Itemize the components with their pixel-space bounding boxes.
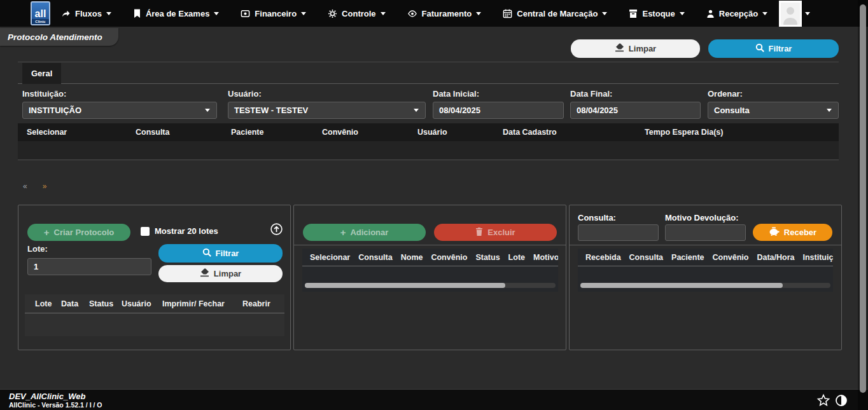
nav-item-fluxos[interactable]: Fluxos [61,9,111,18]
search-icon [755,43,764,54]
lote-filtrar-label: Filtrar [216,249,239,258]
chevron-down-icon [414,109,419,112]
nav-item-central-marcacao[interactable]: Central de Marcação [503,9,607,18]
results-table: Selecionar Consulta Paciente Convênio Us… [18,123,839,160]
pagination-prev-button[interactable]: « [23,182,27,191]
itens-hscrollbar-track [305,283,556,288]
search-icon [202,248,211,259]
usuario-select[interactable]: TESTEW - TESTEV [228,102,426,119]
instituicao-value: INSTITUIÇÃO [29,106,81,115]
motivo-devolucao-label: Motivo Devolução: [665,213,739,222]
excluir-button[interactable]: Excluir [434,224,557,241]
page-scrollbar-thumb[interactable] [860,4,866,393]
col-lote: Lote [508,253,525,262]
data-final-input[interactable] [570,102,701,119]
instituicao-select[interactable]: INSTITUIÇÃO [22,102,217,119]
top-navbar: all Clinic Fluxos Área de Exames Finance… [0,0,868,27]
gear-icon [328,9,337,18]
nav-item-financeiro[interactable]: Financeiro [241,9,306,18]
itens-table-header: Selecionar Consulta Nome Convênio Status… [302,249,558,266]
user-menu-chevron-icon[interactable] [805,12,810,15]
col-lote: Lote [35,299,61,308]
piggy-bank-icon [769,227,780,238]
nav-item-label: Controle [342,9,375,18]
consulta-label: Consulta: [578,213,616,222]
receber-label: Receber [784,228,816,237]
nav-item-label: Recepção [719,9,758,18]
user-avatar[interactable] [779,1,802,27]
lote-limpar-label: Limpar [214,269,241,278]
nav-item-label: Faturamento [422,9,472,18]
chevron-down-icon [106,12,111,15]
criar-protocolo-button[interactable]: + Criar Protocolo [27,224,130,241]
panel-divider [294,245,566,245]
col-recebida: Recebida [585,253,621,262]
recebidas-table-header: Recebida Consulta Paciente Convênio Data… [578,249,833,266]
trash-icon [475,228,483,238]
contrast-icon[interactable] [835,394,848,409]
chevron-down-icon [762,12,767,15]
itens-panel: + Adicionar Excluir Selecionar Consulta … [293,205,566,350]
col-consulta: Consulta [136,128,231,137]
header-divider [18,62,839,62]
chevron-down-icon [827,109,832,112]
chevron-down-icon [301,12,306,15]
nav-item-faturamento[interactable]: Faturamento [407,9,482,18]
chevron-down-icon [680,12,685,15]
filtrar-button[interactable]: Filtrar [708,39,839,58]
ordenar-value: Consulta [714,106,750,115]
col-convenio: Convênio [322,128,417,137]
lote-filtrar-button[interactable]: Filtrar [158,244,283,263]
data-inicial-input[interactable] [433,102,564,119]
protocolo-panel: + Criar Protocolo Mostrar 20 lotes Lote:… [18,205,291,350]
stock-box-icon [629,9,638,18]
tab-row: Geral [18,63,839,84]
col-usuario: Usuário [122,299,162,308]
col-convenio: Convênio [713,253,749,262]
col-paciente: Paciente [671,253,704,262]
lote-limpar-button[interactable]: Limpar [158,265,283,282]
col-selecionar: Selecionar [27,128,136,137]
avatar-silhouette-icon [782,4,799,25]
app-logo[interactable]: all Clinic [31,1,50,25]
nav-item-controle[interactable]: Controle [328,9,385,18]
adicionar-button[interactable]: + Adicionar [303,224,426,241]
col-data-hora: Data/Hora [757,253,794,262]
mostrar-lotes-label: Mostrar 20 lotes [155,226,218,236]
consulta-input[interactable] [578,224,659,241]
logo-text: all [35,9,46,19]
limpar-button-label: Limpar [629,44,656,53]
chevron-down-icon [381,12,386,15]
motivo-devolucao-input[interactable] [665,224,746,241]
nav-item-recepcao[interactable]: Recepção [706,9,767,18]
money-icon [241,9,250,18]
chevron-down-icon [602,12,607,15]
col-status: Status [89,299,122,308]
col-motivo-devolucao: Motivo Devolução [533,253,558,262]
tab-geral[interactable]: Geral [22,63,61,84]
itens-hscrollbar-thumb[interactable] [305,283,505,288]
footer: DEV_AllClinic_Web AllClinic - Versão 1.5… [0,389,868,410]
ordenar-select[interactable]: Consulta [708,102,839,119]
results-table-body [18,141,839,160]
col-consulta: Consulta [358,253,392,262]
pagination: « » [23,182,46,191]
page-title: Protocolo Atendimento [0,28,118,46]
nav-item-label: Financeiro [255,9,297,18]
mostrar-lotes-checkbox[interactable] [141,227,150,236]
results-table-header: Selecionar Consulta Paciente Convênio Us… [18,123,839,141]
person-icon [706,9,715,18]
pagination-next-button[interactable]: » [43,182,47,191]
receber-button[interactable]: Receber [753,224,832,241]
calendar-icon [503,9,512,18]
lote-input[interactable] [27,258,151,275]
receber-panel: Consulta: Motivo Devolução: Receber Rece… [569,205,842,350]
nav-item-area-exames[interactable]: Área de Exames [133,9,219,18]
panel-divider [570,245,841,245]
lotes-table-header: Lote Data Status Usuário Imprimir/ Fecha… [25,294,284,313]
limpar-button[interactable]: Limpar [571,39,700,58]
circle-up-arrow-icon[interactable] [270,223,283,238]
star-icon[interactable] [816,393,830,410]
recebidas-hscrollbar-thumb[interactable] [580,283,783,288]
nav-item-estoque[interactable]: Estoque [629,9,684,18]
